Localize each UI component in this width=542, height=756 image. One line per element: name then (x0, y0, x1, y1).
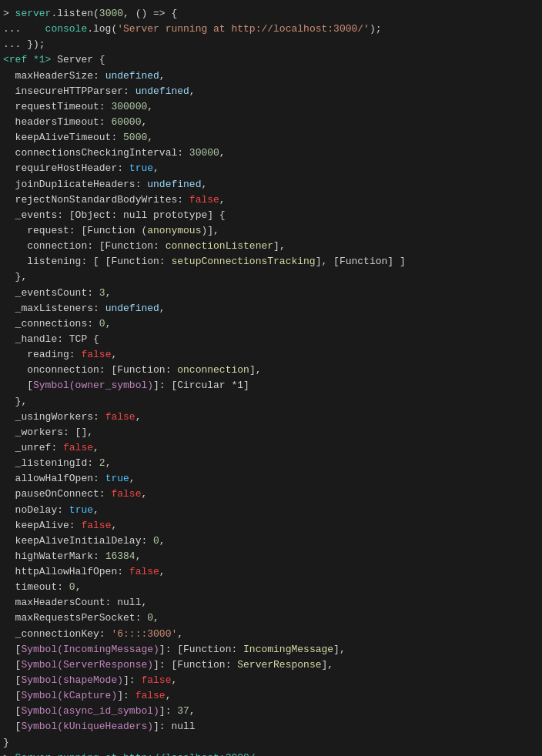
line-7: requestTimeout: 300000, (3, 99, 539, 115)
line-48: } (3, 735, 539, 751)
line-41: _connectionKey: '6::::3000', (3, 627, 539, 642)
line-31: allowHalfOpen: true, (3, 471, 539, 487)
line-13: rejectNonStandardBodyWrites: false, (3, 192, 539, 208)
line-2: ... console.log('Server running at http:… (3, 22, 539, 37)
line-45: [Symbol(kCapture)]: false, (3, 688, 539, 704)
line-28: _workers: [], (3, 425, 539, 440)
line-16: connection: [Function: connectionListene… (3, 239, 539, 254)
line-6: insecureHTTPParser: undefined, (3, 84, 539, 99)
line-4: <ref *1> Server { (3, 52, 539, 68)
line-5: maxHeaderSize: undefined, (3, 69, 539, 84)
line-11: requireHostHeader: true, (3, 161, 539, 176)
line-12: joinDuplicateHeaders: undefined, (3, 177, 539, 192)
line-14: _events: [Object: null prototype] { (3, 208, 539, 223)
line-33: noDelay: true, (3, 503, 539, 518)
line-25: [Symbol(owner_symbol)]: [Circular *1] (3, 378, 539, 393)
line-40: maxRequestsPerSocket: 0, (3, 610, 539, 626)
line-15: request: [Function (anonymous)], (3, 223, 539, 239)
line-23: reading: false, (3, 347, 539, 363)
line-29: _unref: false, (3, 440, 539, 456)
line-1: > server.listen(3000, () => { (3, 6, 539, 22)
line-3: ... }); (3, 37, 539, 52)
line-24: onconnection: [Function: onconnection], (3, 363, 539, 378)
line-43: [Symbol(ServerResponse)]: [Function: Ser… (3, 657, 539, 673)
line-19: _eventsCount: 3, (3, 286, 539, 301)
line-42: [Symbol(IncomingMessage)]: [Function: In… (3, 642, 539, 657)
line-30: _listeningId: 2, (3, 456, 539, 471)
line-36: highWaterMark: 16384, (3, 549, 539, 564)
line-18: }, (3, 269, 539, 285)
line-27: _usingWorkers: false, (3, 410, 539, 425)
line-22: _handle: TCP { (3, 332, 539, 347)
line-37: httpAllowHalfOpen: false, (3, 564, 539, 580)
line-20: _maxListeners: undefined, (3, 301, 539, 316)
line-46: [Symbol(async_id_symbol)]: 37, (3, 704, 539, 719)
line-26: }, (3, 394, 539, 410)
line-44: [Symbol(shapeMode)]: false, (3, 673, 539, 688)
line-17: listening: [ [Function: setupConnections… (3, 254, 539, 269)
line-8: headersTimeout: 60000, (3, 115, 539, 130)
line-39: maxHeadersCount: null, (3, 595, 539, 610)
line-49: > Server running at http://localhost:300… (3, 751, 539, 756)
line-32: pauseOnConnect: false, (3, 487, 539, 502)
line-9: keepAliveTimeout: 5000, (3, 130, 539, 146)
line-10: connectionsCheckingInterval: 30000, (3, 146, 539, 161)
line-21: _connections: 0, (3, 316, 539, 332)
terminal: > server.listen(3000, () => { ... consol… (0, 0, 542, 756)
line-35: keepAliveInitialDelay: 0, (3, 534, 539, 549)
line-34: keepAlive: false, (3, 518, 539, 534)
line-38: timeout: 0, (3, 580, 539, 595)
line-47: [Symbol(kUniqueHeaders)]: null (3, 719, 539, 734)
